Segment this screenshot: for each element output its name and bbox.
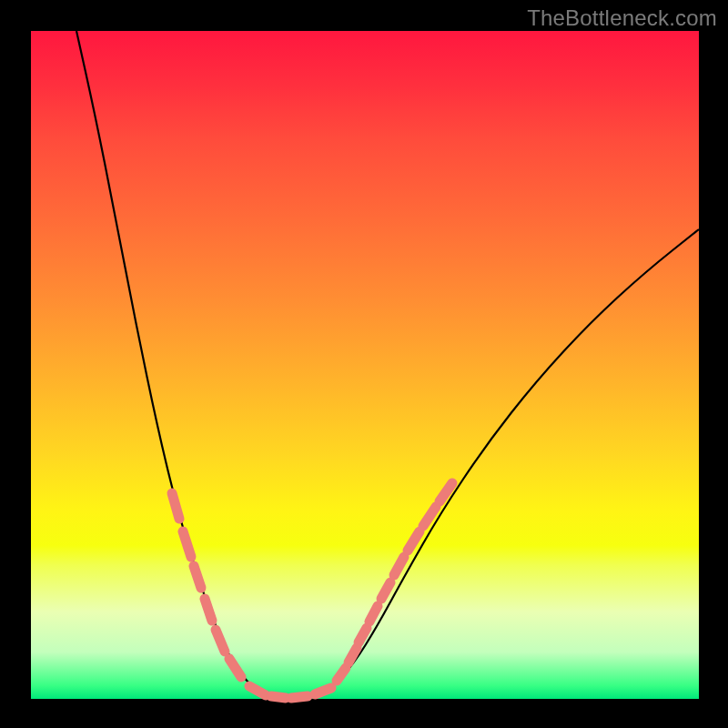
coral-dash-group: [172, 483, 452, 698]
coral-dash: [423, 507, 436, 526]
coral-dash: [369, 606, 378, 622]
watermark-text: TheBottleneck.com: [527, 5, 717, 31]
coral-dash: [194, 566, 201, 588]
coral-dash: [216, 630, 225, 652]
coral-dash: [183, 531, 191, 557]
coral-dash: [337, 668, 346, 681]
coral-dash: [349, 648, 357, 662]
coral-dash: [291, 696, 308, 698]
bottleneck-curve: [76, 31, 699, 698]
coral-dash: [249, 686, 266, 695]
coral-dash: [315, 688, 331, 694]
coral-dash: [359, 628, 367, 642]
coral-dash: [408, 531, 420, 551]
coral-dash: [271, 696, 286, 698]
chart-frame: [31, 31, 699, 699]
bottleneck-plot: [31, 31, 699, 699]
coral-dash: [205, 599, 212, 621]
coral-dash: [229, 659, 241, 677]
curve-group: [76, 31, 699, 698]
coral-dash: [394, 557, 404, 575]
coral-dash: [172, 493, 179, 519]
coral-dash: [381, 582, 390, 599]
